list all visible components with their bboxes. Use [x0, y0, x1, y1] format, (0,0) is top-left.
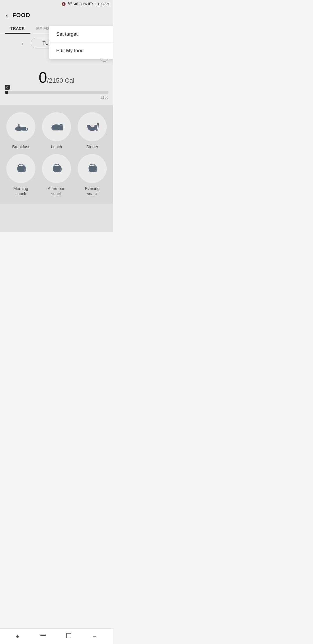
edit-my-food-option[interactable]: Edit My food: [49, 43, 113, 59]
set-target-option[interactable]: Set target: [49, 26, 113, 43]
dropdown-menu: Set target Edit My food: [49, 26, 113, 59]
